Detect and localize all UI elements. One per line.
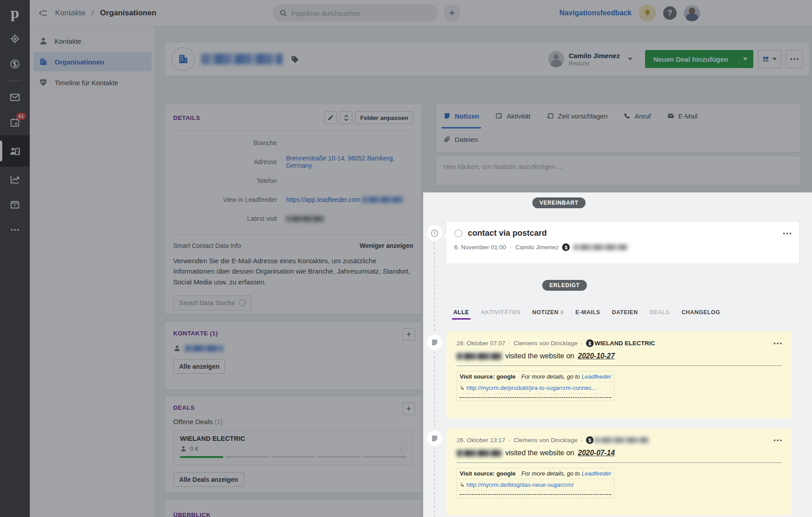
filter-aktivitaeten[interactable]: AKTIVITÄTEN	[481, 309, 521, 320]
filter-emails[interactable]: E-MAILS	[576, 309, 600, 320]
note-icon	[427, 334, 442, 350]
dotted-divider	[460, 397, 611, 398]
note-body-text: visited the website on	[505, 449, 574, 457]
timeline-line	[434, 238, 435, 517]
note-item[interactable]: 28. Oktober 07:07 · Clemens von Dincklag…	[447, 331, 792, 418]
leadfeeder-link[interactable]: Leadfeeder	[581, 373, 611, 380]
activity-done-checkbox[interactable]	[454, 229, 462, 238]
timeline-filters: ALLE AKTIVITÄTEN NOTIZEN8 E-MAILS DATEIE…	[453, 309, 720, 320]
dim-overlay-left	[0, 192, 423, 517]
leadfeeder-link[interactable]: Leadfeeder	[581, 470, 611, 477]
note-icon	[427, 430, 442, 446]
activity-more-icon[interactable]	[783, 233, 791, 234]
visit-details-table: Visit source: google For more details, g…	[457, 468, 614, 498]
filter-notizen[interactable]: NOTIZEN8	[532, 309, 564, 320]
note-item[interactable]: 26. Oktober 13:17 · Clemens von Dincklag…	[447, 428, 792, 515]
filter-changelog[interactable]: CHANGELOG	[682, 309, 720, 320]
activity-title[interactable]: contact via postcard	[468, 229, 547, 238]
visit-details-table: Visit source: google For more details, g…	[457, 371, 614, 401]
arrow-icon: ↳	[460, 384, 465, 391]
activity-owner[interactable]: Camilo Jimenez	[515, 244, 558, 251]
notizen-count: 8	[560, 309, 563, 316]
visit-date: 2020-07-14	[578, 449, 615, 457]
visit-source: Visit source: google	[460, 470, 516, 477]
done-badge: ERLEDIGT	[542, 280, 587, 291]
note-more-icon[interactable]	[774, 439, 782, 441]
blurred-org-name	[573, 244, 627, 250]
clock-icon	[427, 225, 442, 241]
visited-url-link[interactable]: http://mycrm.de/produkt/jira-to-sugarcrm…	[466, 384, 596, 391]
filter-deals[interactable]: DEALS	[650, 309, 670, 320]
blurred-person-name	[457, 353, 502, 360]
visited-url-link[interactable]: http://mycrm.de/blog/das-neue-sugarcrm/	[466, 481, 574, 488]
activity-datetime: 6. November 01:00	[454, 244, 506, 251]
visit-date: 2020-10-27	[578, 352, 615, 360]
note-date: 28. Oktober 07:07	[457, 340, 505, 347]
dotted-divider	[460, 494, 611, 495]
note-author[interactable]: Clemens von Dincklage	[514, 340, 578, 347]
divider	[457, 462, 782, 463]
blurred-org-name	[595, 437, 649, 443]
note-more-icon[interactable]	[774, 343, 782, 344]
timeline-history: VEREINBART contact via postcard 6. Novem…	[420, 193, 812, 517]
note-author[interactable]: Clemens von Dincklage	[514, 437, 578, 444]
org-dollar-icon: $	[562, 243, 570, 251]
blurred-person-name	[457, 450, 502, 457]
planned-badge: VEREINBART	[532, 197, 586, 208]
arrow-icon: ↳	[460, 481, 465, 488]
meta-separator: ·	[510, 244, 512, 251]
visit-source: Visit source: google	[460, 373, 516, 380]
filter-alle[interactable]: ALLE	[453, 309, 469, 320]
note-body-text: visited the website on	[505, 352, 574, 360]
filter-dateien[interactable]: DATEIEN	[612, 309, 637, 320]
org-dollar-icon: $	[586, 436, 594, 444]
dim-overlay-top	[0, 0, 812, 192]
divider	[457, 366, 782, 366]
activity-card[interactable]: contact via postcard 6. November 01:00 ·…	[446, 221, 800, 264]
org-dollar-icon: $	[586, 339, 594, 347]
note-org-name[interactable]: WIELAND ELECTRIC	[595, 340, 655, 347]
note-date: 26. Oktober 13:17	[457, 437, 505, 444]
